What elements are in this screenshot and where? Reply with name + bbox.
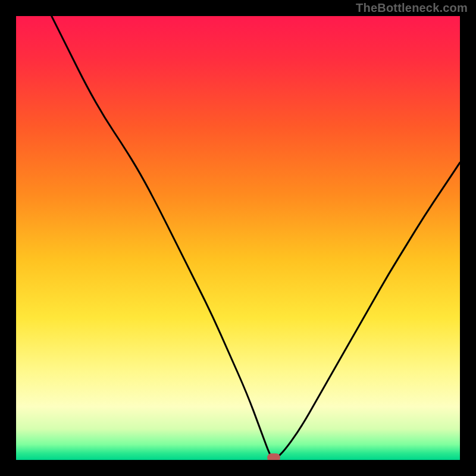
- chart-frame: TheBottleneck.com: [0, 0, 476, 476]
- optimal-marker: [267, 453, 280, 460]
- plot-area: [16, 16, 460, 460]
- gradient-background: [16, 16, 460, 460]
- plot-svg: [16, 16, 460, 460]
- watermark-text: TheBottleneck.com: [356, 1, 468, 15]
